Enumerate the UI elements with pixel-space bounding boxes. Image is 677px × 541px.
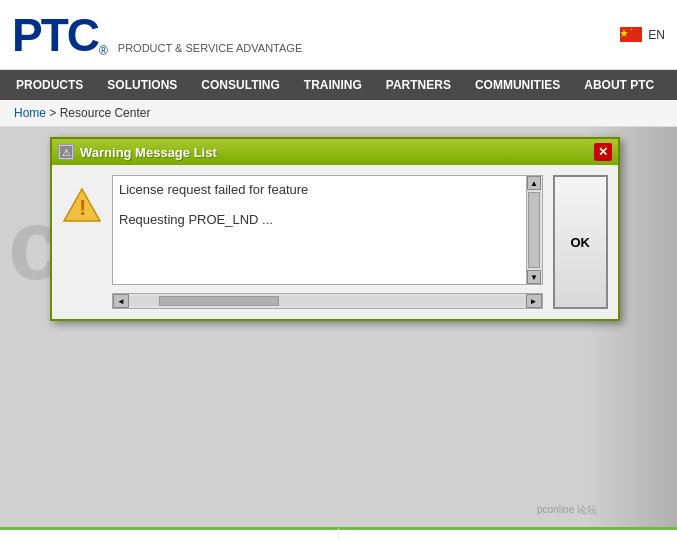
dialog-content: License request failed for feature Reque… (112, 175, 543, 309)
dialog-textbox: License request failed for feature Reque… (112, 175, 543, 285)
logo-reg: ® (99, 44, 108, 58)
scrollbar-thumb[interactable] (528, 192, 540, 268)
breadcrumb-separator: > (49, 106, 59, 120)
warning-triangle-icon: ! (62, 185, 102, 225)
nav-training[interactable]: TRAINING (292, 70, 374, 100)
dialog-body: ! License request failed for feature Req… (52, 165, 618, 319)
nav-supp[interactable]: SUPP (666, 70, 677, 100)
dialog-titlebar: ⚠ Warning Message List ✕ (52, 139, 618, 165)
dialog-title-icon: ⚠ (58, 144, 74, 160)
dialog-icon-area: ! (62, 175, 102, 309)
scrollbar-up-arrow[interactable]: ▲ (527, 176, 541, 190)
warning-dialog: ⚠ Warning Message List ✕ ! (50, 137, 620, 321)
dialog-overlay: ⚠ Warning Message List ✕ ! (50, 137, 620, 321)
nav-consulting[interactable]: CONSULTING (189, 70, 291, 100)
svg-text:!: ! (79, 195, 86, 220)
breadcrumb: Home > Resource Center (0, 100, 677, 127)
dialog-actions: OK (553, 175, 609, 309)
logo-tagline: PRODUCT & SERVICE ADVANTAGE (118, 42, 302, 54)
breadcrumb-home[interactable]: Home (14, 106, 46, 120)
dialog-close-button[interactable]: ✕ (594, 143, 612, 161)
dialog-message-line2: Requesting PROE_LND ... (119, 212, 536, 227)
nav-partners[interactable]: PARTNERS (374, 70, 463, 100)
lang-label: EN (648, 28, 665, 42)
header: PTC ® PRODUCT & SERVICE ADVANTAGE EN (0, 0, 677, 70)
hscrollbar-thumb[interactable] (159, 296, 279, 306)
header-right: EN (620, 27, 665, 42)
hscrollbar-left-arrow[interactable]: ◄ (113, 294, 129, 308)
scrollbar-down-arrow[interactable]: ▼ (527, 270, 541, 284)
hscrollbar-track (129, 296, 526, 306)
dialog-message-line1: License request failed for feature (119, 182, 536, 197)
hscrollbar-right-arrow[interactable]: ► (526, 294, 542, 308)
breadcrumb-current: Resource Center (60, 106, 151, 120)
dialog-title-left: ⚠ Warning Message List (58, 144, 217, 160)
svg-text:⚠: ⚠ (62, 147, 71, 158)
dialog-vscrollbar[interactable]: ▲ ▼ (526, 176, 542, 284)
nav-solutions[interactable]: SOLUTIONS (95, 70, 189, 100)
nav-about-ptc[interactable]: ABOUT PTC (572, 70, 666, 100)
section-resources: ▶ 资源中心 增强功能的详细信息 新教程 (0, 527, 339, 541)
flag-icon (620, 27, 642, 42)
logo-ptc: PTC (12, 12, 98, 58)
bottom-sections: ▶ 资源中心 增强功能的详细信息 新教程 ▶ 技术支持 Creo Element… (0, 527, 677, 541)
ok-button[interactable]: OK (553, 175, 609, 309)
section-support: ▶ 技术支持 Creo Elements/Pro 支持中心 搜索知识库 (339, 527, 677, 541)
nav-communities[interactable]: COMMUNITIES (463, 70, 572, 100)
dialog-title-text: Warning Message List (80, 145, 217, 160)
watermark: pconline 论坛 (537, 503, 597, 517)
nav-bar: PRODUCTS SOLUTIONS CONSULTING TRAINING P… (0, 70, 677, 100)
logo-area: PTC ® PRODUCT & SERVICE ADVANTAGE (12, 12, 302, 58)
dialog-message: License request failed for feature Reque… (119, 182, 536, 227)
dialog-hscrollbar[interactable]: ◄ ► (112, 293, 543, 309)
page-background: cr ⚠ Warning Message List ✕ (0, 127, 677, 527)
nav-products[interactable]: PRODUCTS (4, 70, 95, 100)
